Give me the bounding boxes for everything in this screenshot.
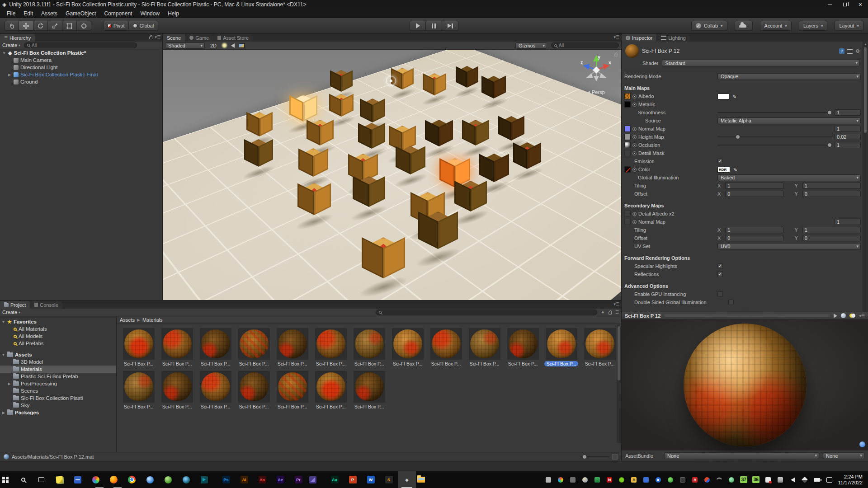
scene-box[interactable] xyxy=(423,73,446,101)
tab-game[interactable]: Game xyxy=(185,34,213,42)
occlusion-value[interactable]: 1 xyxy=(835,142,861,148)
pivot-toggle-button[interactable]: Pivot xyxy=(103,21,129,31)
eyedropper-icon[interactable]: ✎ xyxy=(731,94,737,98)
app-firefox[interactable] xyxy=(108,471,127,488)
scene-box[interactable] xyxy=(244,139,273,174)
folder-item[interactable]: Materials xyxy=(0,366,116,373)
hand-tool-button[interactable] xyxy=(5,21,19,31)
hierarchy-item[interactable]: ▶ Sic-Fi Box Collection Plastic Final xyxy=(0,71,162,78)
object-picker-icon[interactable] xyxy=(632,127,637,131)
scene-box[interactable] xyxy=(425,120,453,153)
app-unity[interactable]: ◈ xyxy=(398,471,416,488)
secondary-normal-value[interactable]: 1 xyxy=(835,219,861,225)
tray-temp-36-badge[interactable]: 36 xyxy=(750,471,762,488)
tray-n-icon[interactable]: N xyxy=(604,471,616,488)
thumbnail-zoom-slider[interactable] xyxy=(580,456,609,457)
collab-dropdown[interactable]: ✓Collab▾ xyxy=(691,21,727,31)
material-asset[interactable]: Sci-FI Box P... xyxy=(158,371,196,409)
material-asset[interactable]: Sci-FI Box P... xyxy=(196,328,235,366)
tray-printer-icon[interactable] xyxy=(774,471,787,488)
gear-icon[interactable]: ⚙ xyxy=(855,48,860,54)
scene-box[interactable] xyxy=(307,120,334,152)
tab-hierarchy[interactable]: ☰Hierarchy xyxy=(0,34,35,42)
app-stickynotes[interactable] xyxy=(54,471,72,488)
global-illumination-dropdown[interactable]: Baked xyxy=(717,174,861,181)
lock-icon[interactable] xyxy=(609,312,612,314)
taskbar-search-button[interactable] xyxy=(18,471,36,488)
step-button[interactable] xyxy=(442,21,458,31)
detail-mask-slot[interactable] xyxy=(624,150,631,156)
hierarchy-item[interactable]: Directional Light xyxy=(0,64,162,71)
tray-wifi-icon[interactable] xyxy=(713,471,726,488)
help-icon[interactable]: ? xyxy=(839,48,844,54)
hierarchy-item[interactable]: Main Camera xyxy=(0,56,162,64)
scene-box[interactable] xyxy=(418,211,458,259)
app-globe[interactable] xyxy=(181,471,199,488)
preview-play-icon[interactable] xyxy=(834,314,837,318)
layers-dropdown[interactable]: Layers▾ xyxy=(799,21,828,31)
scene-box[interactable] xyxy=(454,181,487,220)
material-asset[interactable]: Sci-FI Box P... xyxy=(350,371,388,409)
app-audition[interactable]: Au xyxy=(326,471,344,488)
material-preview-area[interactable] xyxy=(622,319,868,450)
object-picker-icon[interactable] xyxy=(632,143,637,147)
material-asset[interactable]: Sci-FI Box P... xyxy=(119,371,158,409)
play-button[interactable] xyxy=(410,21,426,31)
emission-map-slot[interactable] xyxy=(624,166,631,173)
app-paint[interactable] xyxy=(90,471,108,488)
tray-a-icon[interactable]: A xyxy=(628,471,640,488)
scene-box[interactable] xyxy=(358,123,385,155)
secondary-tiling-x-field[interactable]: 1 xyxy=(725,227,783,233)
scene-box[interactable] xyxy=(353,176,385,215)
scale-tool-button[interactable] xyxy=(48,21,62,31)
2d-toggle[interactable]: 2D xyxy=(209,43,218,48)
detail-albedo-slot[interactable] xyxy=(624,211,631,217)
smoothness-slider[interactable] xyxy=(717,112,832,113)
object-picker-icon[interactable] xyxy=(632,135,637,139)
offset-y-field[interactable]: 0 xyxy=(802,191,861,197)
favorites-root[interactable]: ▼★Favorites xyxy=(0,318,116,325)
scene-box[interactable] xyxy=(456,66,478,93)
gpu-instancing-checkbox[interactable] xyxy=(717,291,723,297)
material-asset[interactable]: Sci-FI Box P... xyxy=(273,371,311,409)
material-preview-sphere[interactable] xyxy=(684,324,807,446)
favorites-item[interactable]: All Prefabs xyxy=(0,340,116,347)
directional-light-gizmo[interactable] xyxy=(386,76,396,86)
reflections-checkbox[interactable]: ✓ xyxy=(717,272,723,277)
favorites-item[interactable]: All Models xyxy=(0,333,116,340)
hierarchy-item[interactable]: Ground xyxy=(0,78,162,85)
menu-item[interactable]: Edit xyxy=(19,10,37,17)
object-picker-icon[interactable] xyxy=(632,94,637,99)
material-asset[interactable]: Sci-FI Box P... xyxy=(158,328,196,366)
search-favorites-icon[interactable]: ✦ xyxy=(601,310,605,315)
panel-menu-icon[interactable]: ▾☰ xyxy=(613,35,619,39)
move-tool-button[interactable] xyxy=(19,21,33,31)
tiling-y-field[interactable]: 1 xyxy=(802,183,861,189)
app-illustrator[interactable]: Ai xyxy=(235,471,253,488)
scene-effects-toggle[interactable] xyxy=(239,43,245,48)
scene-box[interactable] xyxy=(246,112,273,143)
material-asset[interactable]: Sci-FI Box P... xyxy=(427,328,465,366)
object-picker-icon[interactable] xyxy=(632,103,637,107)
scene-box[interactable] xyxy=(330,70,353,97)
tray-wifi-h-icon[interactable] xyxy=(567,471,579,488)
occlusion-map-slot[interactable] xyxy=(624,142,631,148)
normal-map-slot[interactable] xyxy=(624,126,631,132)
perspective-toggle[interactable]: ◀Persp xyxy=(587,89,605,95)
object-picker-icon[interactable] xyxy=(632,220,637,224)
app-word[interactable]: W xyxy=(362,471,380,488)
panel-menu-icon[interactable]: ☰ xyxy=(615,310,619,314)
height-map-slot[interactable] xyxy=(624,134,631,140)
folder-item[interactable]: Sky xyxy=(0,402,116,409)
taskbar-taskview-button[interactable] xyxy=(36,471,54,488)
material-asset[interactable]: Sci-FI Box P... xyxy=(119,328,158,366)
app-search-globe[interactable] xyxy=(145,471,163,488)
normal-map-value[interactable]: 1 xyxy=(835,126,861,132)
eyedropper-icon[interactable]: ✎ xyxy=(732,167,738,171)
tray-volume-icon[interactable] xyxy=(787,471,799,488)
preview-sphere-icon[interactable] xyxy=(841,313,846,318)
tray-circle-icon[interactable] xyxy=(652,471,665,488)
height-map-value[interactable]: 0.02 xyxy=(835,134,861,140)
app-animate[interactable]: An xyxy=(253,471,271,488)
grid-view-icon[interactable] xyxy=(612,454,618,460)
